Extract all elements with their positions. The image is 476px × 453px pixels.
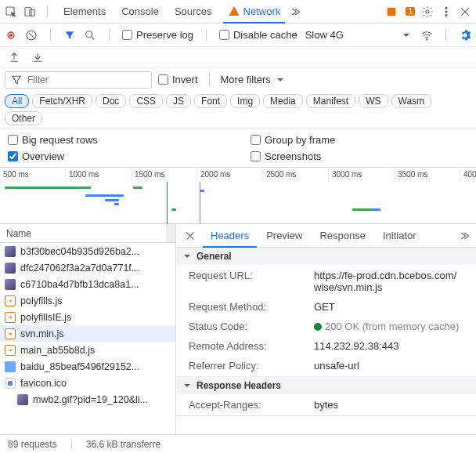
network-toolbar: Preserve log Disable cache Slow 4G: [0, 24, 476, 47]
chip-doc[interactable]: Doc: [96, 94, 126, 108]
request-name: polyfillsIE.js: [20, 312, 71, 323]
request-row[interactable]: mwb2.gif?pid=19_120&li...: [0, 391, 175, 408]
clear-icon[interactable]: [25, 29, 38, 42]
general-section: General Request URL: https://fe-prod.cdn…: [176, 248, 476, 377]
disclosure-triangle-icon: [181, 250, 193, 263]
close-icon[interactable]: [459, 5, 471, 18]
tab-response[interactable]: Response: [312, 224, 373, 247]
more-detail-tabs-icon[interactable]: [460, 230, 473, 242]
record-icon[interactable]: [5, 29, 17, 42]
upload-icon[interactable]: [8, 51, 20, 63]
request-row[interactable]: polyfillsIE.js: [0, 309, 175, 325]
timeline-bar: [171, 208, 176, 211]
network-conditions-icon[interactable]: [420, 29, 433, 42]
tab-network[interactable]: Network: [223, 1, 286, 24]
timeline-tick: 1500 ms: [132, 168, 197, 182]
big-rows-label: Big request rows: [22, 134, 98, 146]
request-row[interactable]: favicon.ico: [0, 375, 175, 391]
general-section-header[interactable]: General: [176, 248, 476, 265]
timeline-tick: 2500 ms: [263, 168, 329, 182]
kebab-icon[interactable]: [440, 5, 453, 18]
image-icon: [17, 394, 28, 405]
overview-checkbox[interactable]: Overview: [8, 150, 243, 162]
request-row[interactable]: baidu_85beaf5496f29152...: [0, 358, 175, 375]
request-row[interactable]: main_ab55b8d.js: [0, 342, 175, 358]
tab-console[interactable]: Console: [117, 0, 164, 23]
chip-js[interactable]: JS: [166, 94, 191, 108]
screenshots-label: Screenshots: [265, 150, 321, 162]
gear-icon[interactable]: [421, 5, 434, 18]
chip-other[interactable]: Other: [5, 111, 42, 125]
throttle-select[interactable]: Slow 4G: [305, 29, 344, 41]
script-icon: [5, 312, 16, 323]
type-filter-chips: AllFetch/XHRDocCSSJSFontImgMediaManifest…: [0, 91, 476, 129]
request-row[interactable]: svn.min.js: [0, 325, 175, 342]
remote-address-value: 114.232.92.38:443: [314, 340, 463, 352]
status-dot-icon: [314, 323, 322, 331]
timeline-tick: 400: [460, 168, 476, 182]
chip-media[interactable]: Media: [263, 94, 303, 108]
chip-font[interactable]: Font: [194, 94, 227, 108]
name-column-header[interactable]: Name: [0, 224, 175, 243]
chip-all[interactable]: All: [5, 94, 29, 108]
settings-gear-icon[interactable]: [459, 29, 471, 42]
svg-rect-1: [25, 7, 31, 16]
search-icon[interactable]: [84, 29, 96, 42]
device-toggle-icon[interactable]: [23, 5, 36, 18]
download-icon[interactable]: [31, 51, 44, 63]
big-rows-checkbox[interactable]: Big request rows: [8, 134, 243, 146]
request-url-key: Request URL:: [189, 270, 314, 293]
caret-down-icon: [274, 74, 287, 86]
disable-cache-label: Disable cache: [233, 29, 298, 41]
chip-fetchxhr[interactable]: Fetch/XHR: [32, 94, 92, 108]
request-name: polyfills.js: [20, 295, 63, 306]
response-headers-section: Response Headers Accept-Ranges: bytes: [176, 377, 476, 416]
request-row[interactable]: dfc247062f3a2a7d0a771f...: [0, 259, 175, 276]
chip-img[interactable]: Img: [230, 94, 260, 108]
status-bar: 89 requests 36.6 kB transferre: [0, 434, 476, 453]
response-headers-header[interactable]: Response Headers: [176, 377, 476, 394]
overview-options: Big request rows Group by frame Overview…: [0, 129, 476, 168]
request-name: main_ab55b8d.js: [20, 345, 95, 356]
more-filters-dropdown[interactable]: More filters: [221, 74, 287, 86]
overview-timeline[interactable]: 500 ms1000 ms1500 ms2000 ms2500 ms3000 m…: [0, 168, 476, 224]
filter-input[interactable]: [27, 74, 146, 85]
more-tabs-icon[interactable]: [291, 5, 304, 18]
request-row[interactable]: b3f30bec04b935d926ba2...: [0, 243, 175, 259]
devtools-main-tabs: Elements Console Sources Network 1: [0, 0, 476, 24]
svg-point-12: [426, 38, 427, 39]
svg-rect-3: [388, 7, 396, 16]
invert-checkbox[interactable]: Invert: [158, 74, 198, 85]
svg-point-9: [9, 34, 13, 37]
filter-toggle-icon[interactable]: [63, 29, 76, 42]
tab-headers[interactable]: Headers: [203, 225, 257, 248]
chip-wasm[interactable]: Wasm: [391, 94, 432, 108]
timeline-bar: [371, 208, 380, 211]
disable-cache-checkbox[interactable]: Disable cache: [219, 29, 298, 41]
close-details-icon[interactable]: [179, 230, 201, 242]
chip-css[interactable]: CSS: [129, 94, 163, 108]
request-name: c6710ba4d7bfb13dca8a1...: [20, 279, 139, 290]
disclosure-triangle-icon: [181, 379, 193, 392]
filter-input-wrapper[interactable]: [5, 71, 152, 89]
tab-elements[interactable]: Elements: [59, 0, 110, 23]
overview-label: Overview: [22, 150, 64, 162]
timeline-bar: [133, 187, 142, 189]
svg-point-11: [86, 31, 92, 37]
tab-sources[interactable]: Sources: [170, 0, 217, 23]
tab-initiator[interactable]: Initiator: [375, 224, 424, 247]
group-frame-checkbox[interactable]: Group by frame: [251, 134, 468, 146]
transferred-size: 36.6 kB transferre: [86, 439, 160, 450]
issues-icon[interactable]: [385, 5, 398, 18]
remote-address-key: Remote Address:: [189, 340, 314, 352]
chip-manifest[interactable]: Manifest: [306, 94, 355, 108]
preserve-log-checkbox[interactable]: Preserve log: [122, 29, 193, 41]
request-row[interactable]: c6710ba4d7bfb13dca8a1...: [0, 276, 175, 292]
screenshots-checkbox[interactable]: Screenshots: [251, 150, 468, 162]
request-list-panel: Name b3f30bec04b935d926ba2...dfc247062f3…: [0, 224, 176, 434]
inspect-icon[interactable]: [5, 5, 17, 18]
throttle-caret-icon[interactable]: [400, 29, 413, 42]
tab-preview[interactable]: Preview: [258, 224, 310, 247]
request-row[interactable]: polyfills.js: [0, 292, 175, 309]
chip-ws[interactable]: WS: [359, 94, 388, 108]
